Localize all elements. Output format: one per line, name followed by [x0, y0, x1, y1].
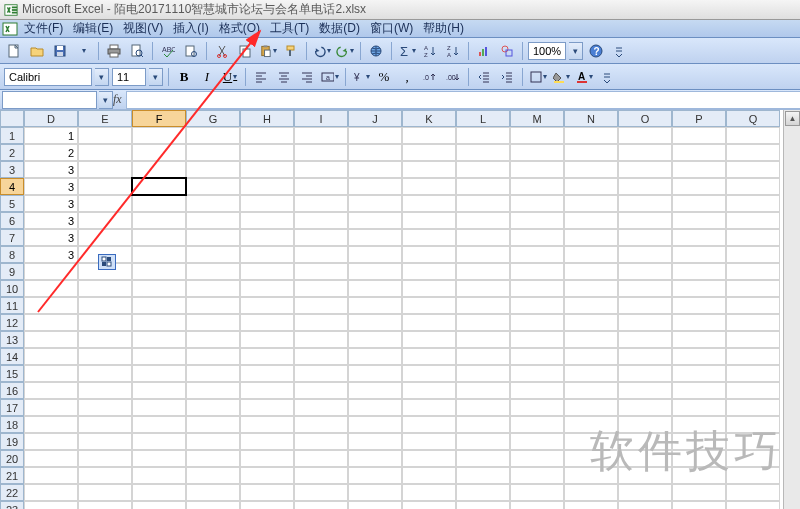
cell[interactable] — [726, 501, 780, 509]
cell[interactable] — [240, 212, 294, 229]
cell[interactable] — [186, 484, 240, 501]
cell[interactable] — [294, 314, 348, 331]
cell[interactable] — [294, 382, 348, 399]
cell[interactable] — [402, 331, 456, 348]
cell[interactable] — [294, 178, 348, 195]
cell[interactable] — [132, 450, 186, 467]
cell[interactable] — [564, 195, 618, 212]
cell[interactable] — [78, 161, 132, 178]
cell[interactable] — [240, 297, 294, 314]
column-header[interactable]: P — [672, 110, 726, 127]
row-header[interactable]: 2 — [0, 144, 24, 161]
cell[interactable] — [726, 127, 780, 144]
cell[interactable] — [24, 416, 78, 433]
cell[interactable] — [564, 178, 618, 195]
cell[interactable] — [294, 365, 348, 382]
font-color-button[interactable]: A — [574, 67, 594, 87]
cell[interactable] — [672, 246, 726, 263]
cell[interactable] — [510, 399, 564, 416]
cell[interactable] — [78, 399, 132, 416]
cell[interactable] — [510, 212, 564, 229]
cell[interactable] — [294, 331, 348, 348]
cell[interactable] — [186, 433, 240, 450]
cell[interactable] — [402, 178, 456, 195]
cell[interactable] — [240, 501, 294, 509]
cut-button[interactable] — [212, 41, 232, 61]
cell[interactable] — [240, 399, 294, 416]
cell[interactable] — [726, 161, 780, 178]
cell[interactable] — [348, 297, 402, 314]
zoom-dropdown[interactable]: ▾ — [569, 42, 583, 60]
cell[interactable] — [24, 433, 78, 450]
cell[interactable] — [618, 229, 672, 246]
cell[interactable] — [132, 331, 186, 348]
cell[interactable] — [510, 314, 564, 331]
cell[interactable] — [132, 161, 186, 178]
cell[interactable] — [348, 212, 402, 229]
fill-color-button[interactable] — [551, 67, 571, 87]
cell[interactable] — [618, 263, 672, 280]
cell[interactable] — [564, 161, 618, 178]
cell[interactable] — [132, 382, 186, 399]
cell[interactable] — [564, 280, 618, 297]
cell[interactable] — [726, 178, 780, 195]
cell[interactable] — [564, 127, 618, 144]
cell[interactable] — [132, 195, 186, 212]
cell[interactable] — [726, 467, 780, 484]
cell[interactable] — [726, 365, 780, 382]
cell[interactable] — [186, 246, 240, 263]
align-left-button[interactable] — [251, 67, 271, 87]
cell[interactable] — [294, 263, 348, 280]
cell[interactable] — [348, 450, 402, 467]
row-header[interactable]: 20 — [0, 450, 24, 467]
cell[interactable] — [186, 416, 240, 433]
cell[interactable] — [294, 501, 348, 509]
column-header[interactable]: M — [510, 110, 564, 127]
name-box[interactable] — [2, 91, 97, 109]
cell[interactable] — [402, 229, 456, 246]
cell[interactable] — [672, 263, 726, 280]
cell[interactable] — [618, 212, 672, 229]
cell[interactable] — [672, 331, 726, 348]
cell[interactable] — [186, 382, 240, 399]
cell[interactable] — [348, 382, 402, 399]
cell[interactable] — [456, 144, 510, 161]
cell[interactable] — [402, 348, 456, 365]
cell[interactable] — [456, 501, 510, 509]
cell[interactable] — [672, 501, 726, 509]
menu-insert[interactable]: 插入(I) — [169, 19, 212, 38]
merge-center-button[interactable]: a — [320, 67, 340, 87]
row-header[interactable]: 14 — [0, 348, 24, 365]
underline-button[interactable]: U — [220, 67, 240, 87]
decrease-indent-button[interactable] — [474, 67, 494, 87]
cell[interactable] — [186, 365, 240, 382]
row-header[interactable]: 15 — [0, 365, 24, 382]
cell[interactable] — [456, 297, 510, 314]
column-header[interactable]: I — [294, 110, 348, 127]
cell[interactable] — [240, 365, 294, 382]
cell[interactable] — [618, 331, 672, 348]
row-header[interactable]: 10 — [0, 280, 24, 297]
cell[interactable] — [132, 314, 186, 331]
cell[interactable] — [402, 212, 456, 229]
cell[interactable] — [510, 127, 564, 144]
increase-decimal-button[interactable]: .0 — [420, 67, 440, 87]
cell[interactable] — [24, 365, 78, 382]
cell[interactable] — [672, 297, 726, 314]
cell[interactable] — [402, 297, 456, 314]
cell[interactable] — [564, 212, 618, 229]
menu-help[interactable]: 帮助(H) — [419, 19, 468, 38]
menu-data[interactable]: 数据(D) — [315, 19, 364, 38]
cell[interactable] — [348, 365, 402, 382]
cell[interactable] — [726, 314, 780, 331]
cell[interactable] — [240, 229, 294, 246]
cell[interactable] — [132, 467, 186, 484]
menu-file[interactable]: 文件(F) — [20, 19, 67, 38]
bold-button[interactable]: B — [174, 67, 194, 87]
font-name-combo[interactable]: Calibri — [4, 68, 92, 86]
cell[interactable] — [348, 331, 402, 348]
cell[interactable] — [564, 246, 618, 263]
cell[interactable] — [186, 280, 240, 297]
cell[interactable] — [132, 416, 186, 433]
hyperlink-button[interactable] — [366, 41, 386, 61]
